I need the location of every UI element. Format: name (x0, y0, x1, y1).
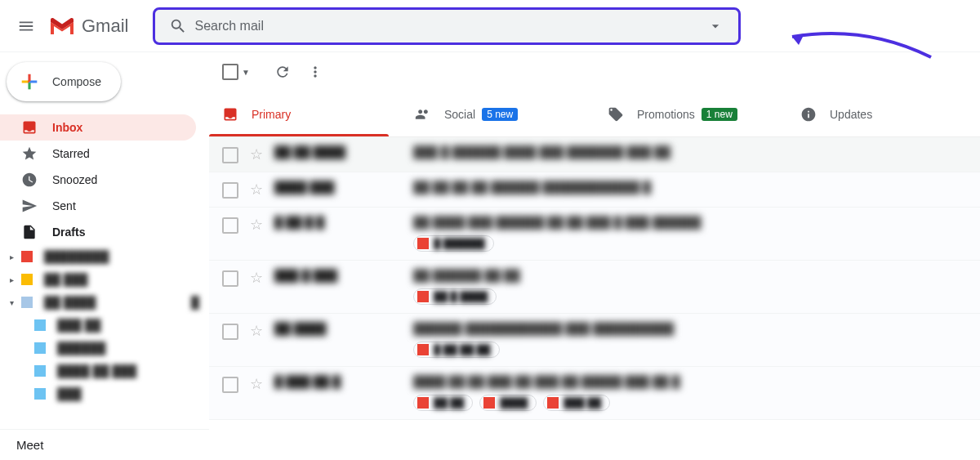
email-row[interactable]: ☆ ████ ███ ██ ██ ██ ██ ██████ ██████████… (209, 172, 980, 208)
email-checkbox[interactable] (222, 182, 238, 199)
refresh-button[interactable] (266, 56, 299, 88)
sidebar: Compose Inbox Starred Snoozed Sent Draft… (0, 52, 209, 460)
email-content: ███ █ ██████ ████ ███ ███████ ███ ██ (413, 145, 967, 159)
compose-label: Compose (52, 75, 101, 88)
email-subject: ██ ██ ██ ██ ██████ ████████████ █ (413, 181, 651, 194)
tab-badge: 1 new (702, 108, 737, 121)
label-name: ██ ████ (44, 296, 96, 309)
star-icon[interactable]: ☆ (250, 216, 263, 234)
chevron-icon: ▾ (10, 298, 20, 307)
sidebar-item-snoozed[interactable]: Snoozed (0, 167, 196, 193)
send-icon (21, 198, 38, 214)
search-options-dropdown[interactable] (699, 10, 732, 42)
sidebar-sublabel-item[interactable]: ███ ██ (0, 314, 209, 337)
tab-updates[interactable]: Updates (787, 92, 980, 136)
star-icon[interactable]: ☆ (250, 145, 263, 163)
email-subject: ██ ██████ ██ ██ (413, 269, 520, 282)
label-color-icon (21, 274, 33, 285)
tab-promotions[interactable]: Promotions 1 new (595, 92, 787, 136)
sidebar-item-drafts[interactable]: Drafts (0, 219, 196, 245)
email-checkbox[interactable] (222, 217, 238, 234)
email-subject: ███ █ ██████ ████ ███ ███████ ███ ██ (413, 145, 670, 159)
info-icon (800, 106, 817, 123)
hamburger-icon (17, 17, 35, 35)
email-subject: ████ ██ ██ ███ ██ ███ ██ █████ ███ ██ █ (413, 375, 680, 388)
chip-icon (417, 291, 429, 302)
star-icon[interactable]: ☆ (250, 322, 263, 340)
label-name: ███ (57, 387, 82, 400)
gmail-logo[interactable]: Gmail (49, 16, 128, 37)
email-row[interactable]: ☆ ██ ██ ████ ███ █ ██████ ████ ███ █████… (209, 137, 980, 172)
chip-icon (417, 238, 429, 249)
email-row[interactable]: ☆ ██ ████ ██████ ████████████ ███ ██████… (209, 314, 980, 367)
sidebar-label: Drafts (52, 226, 186, 239)
star-icon[interactable]: ☆ (250, 181, 263, 199)
chevron-icon: ▸ (10, 252, 20, 261)
email-sender: ██ ████ (274, 322, 413, 335)
email-row[interactable]: ☆ █ ██ █ █ ██ ████ ███ ██████ ██ ██ ███ … (209, 208, 980, 261)
star-icon (21, 145, 38, 162)
tab-label: Updates (830, 108, 872, 121)
search-icon[interactable] (162, 10, 194, 42)
clock-icon (21, 172, 38, 188)
attachment-chip[interactable]: █ ██ ██ ██ (413, 342, 500, 358)
email-checkbox[interactable] (222, 324, 238, 340)
body: Compose Inbox Starred Snoozed Sent Draft… (0, 52, 980, 460)
select-dropdown-icon[interactable]: ▼ (242, 68, 250, 77)
gmail-m-icon (49, 16, 75, 36)
tab-label: Primary (252, 108, 291, 121)
gmail-text: Gmail (82, 16, 128, 37)
more-button[interactable] (299, 56, 332, 88)
attachment-chip[interactable]: ████ (479, 395, 537, 411)
category-tabs: Primary Social 5 new Promotions 1 new Up… (209, 92, 980, 137)
toolbar: ▼ (209, 52, 980, 92)
main-menu-button[interactable] (7, 7, 46, 46)
meet-section-header[interactable]: Meet (0, 429, 209, 460)
sidebar-item-inbox[interactable]: Inbox (0, 114, 196, 141)
tab-primary[interactable]: Primary (209, 92, 402, 136)
select-all-checkbox[interactable] (222, 64, 238, 80)
label-name: ██ ███ (44, 273, 87, 286)
main-pane: ▼ Primary Social 5 new Promotions 1 new (209, 52, 980, 460)
email-row[interactable]: ☆ ███ █ ███ ██ ██████ ██ ██ ██ █ ████ (209, 261, 980, 314)
email-sender: ██ ██ ████ (274, 145, 413, 159)
email-content: ████ ██ ██ ███ ██ ███ ██ █████ ███ ██ █ … (413, 375, 967, 411)
label-color-icon (21, 297, 33, 308)
email-content: ██ ██████ ██ ██ ██ █ ████ (413, 269, 967, 305)
sidebar-label-item[interactable]: ▸████████ (0, 245, 209, 268)
compose-button[interactable]: Compose (7, 62, 121, 101)
sidebar-item-starred[interactable]: Starred (0, 141, 196, 167)
sidebar-item-sent[interactable]: Sent (0, 193, 196, 219)
sidebar-sublabel-item[interactable]: ████ ██ ███ (0, 360, 209, 382)
tab-social[interactable]: Social 5 new (402, 92, 595, 136)
email-sender: ███ █ ███ (274, 269, 413, 282)
sidebar-sublabel-item[interactable]: ██████ (0, 337, 209, 360)
attachment-chip[interactable]: █ ██████ (413, 235, 494, 252)
sidebar-label-item[interactable]: ▸██ ███ (0, 268, 209, 291)
tab-badge: 5 new (482, 108, 518, 121)
label-color-icon (34, 319, 46, 331)
star-icon[interactable]: ☆ (250, 375, 263, 393)
chip-label: ██ ██ (434, 397, 464, 409)
email-checkbox[interactable] (222, 270, 238, 287)
sidebar-label: Snoozed (52, 173, 186, 186)
email-checkbox[interactable] (222, 377, 238, 393)
tag-icon (608, 106, 624, 123)
label-color-icon (34, 342, 46, 354)
sidebar-label: Inbox (52, 121, 186, 134)
sidebar-sublabel-item[interactable]: ███ (0, 382, 209, 405)
attachment-chip[interactable]: ███ ██ (543, 395, 610, 411)
file-icon (21, 224, 38, 240)
sidebar-label-item[interactable]: ▾██ █████ (0, 291, 209, 314)
search-input[interactable] (194, 19, 699, 33)
meet-label: Meet (16, 438, 43, 452)
search-container (153, 7, 741, 45)
sidebar-label: Starred (52, 147, 186, 160)
email-content: ██ ████ ███ ██████ ██ ██ ███ █ ███ █████… (413, 216, 967, 252)
attachment-chip[interactable]: ██ █ ████ (413, 288, 497, 305)
attachment-chip[interactable]: ██ ██ (413, 395, 473, 411)
star-icon[interactable]: ☆ (250, 269, 263, 287)
email-checkbox[interactable] (222, 147, 238, 163)
email-row[interactable]: ☆ █ ███ ██ █ ████ ██ ██ ███ ██ ███ ██ ██… (209, 367, 980, 420)
label-color-icon (34, 365, 46, 377)
